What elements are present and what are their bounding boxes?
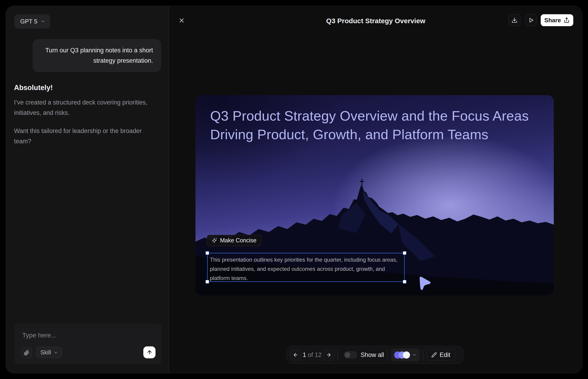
cursor-pointer [417, 276, 433, 291]
slide-title[interactable]: Q3 Product Strategy Overview and the Foc… [210, 107, 529, 144]
pencil-icon [431, 352, 437, 358]
theme-palette-button[interactable] [391, 348, 420, 361]
make-concise-button[interactable]: Make Concise [207, 235, 261, 246]
page-current: 1 [303, 351, 306, 358]
skill-dropdown[interactable]: Skill [36, 347, 62, 358]
slide-body-textbox[interactable]: This presentation outlines key prioritie… [207, 253, 405, 282]
selection-handle[interactable] [206, 280, 209, 284]
sparkle-icon [212, 237, 217, 243]
share-icon [564, 17, 570, 23]
show-all-label: Show all [361, 351, 384, 359]
message-composer: Skill [14, 323, 162, 364]
chevron-down-icon [41, 19, 45, 24]
close-icon [178, 17, 185, 24]
download-button[interactable] [509, 14, 521, 26]
editor-main: Q3 Product Strategy Overview Share [169, 5, 583, 374]
app-window: GPT 5 Turn our Q3 planning notes into a … [5, 5, 583, 374]
assistant-paragraph: Want this tailored for leadership or the… [14, 126, 150, 146]
slide-body-text: This presentation outlines key prioritie… [208, 253, 404, 283]
chat-sidebar: GPT 5 Turn our Q3 planning notes into a … [5, 5, 169, 374]
selection-handle[interactable] [403, 280, 406, 284]
toggle-knob [345, 352, 350, 358]
model-selector[interactable]: GPT 5 [14, 14, 50, 29]
play-icon [528, 17, 534, 23]
send-button[interactable] [143, 346, 155, 358]
next-slide-button[interactable] [323, 349, 334, 360]
user-message-bubble: Turn our Q3 planning notes into a short … [33, 39, 161, 72]
selection-handle[interactable] [206, 251, 209, 255]
make-concise-label: Make Concise [220, 237, 256, 244]
page-indicator: 1 of 12 [301, 351, 323, 359]
arrow-left-icon [293, 352, 298, 358]
assistant-paragraph: I’ve created a structured deck covering … [14, 97, 150, 118]
arrow-up-icon [147, 349, 153, 355]
slide-canvas[interactable]: Q3 Product Strategy Overview and the Foc… [195, 95, 554, 296]
chevron-down-icon [412, 353, 417, 357]
chat-input[interactable] [22, 329, 151, 341]
toolbar-divider [423, 350, 423, 360]
previous-slide-button[interactable] [290, 349, 301, 360]
show-all-toggle[interactable] [344, 351, 357, 359]
document-title: Q3 Product Strategy Overview [326, 17, 425, 25]
skill-dropdown-label: Skill [40, 349, 51, 356]
share-button[interactable]: Share [541, 14, 573, 26]
palette-swatch-3 [403, 351, 410, 359]
selection-handle[interactable] [403, 251, 406, 255]
paperclip-icon [24, 350, 30, 356]
edit-button[interactable]: Edit [427, 349, 455, 361]
attach-button[interactable] [21, 347, 32, 358]
slide-toolbar: 1 of 12 Show all [286, 346, 464, 364]
toolbar-divider [337, 350, 338, 360]
edit-button-label: Edit [440, 351, 450, 359]
close-button[interactable] [177, 16, 187, 26]
arrow-right-icon [326, 352, 331, 358]
download-icon [511, 17, 517, 23]
assistant-heading: Absolutely! [14, 84, 53, 92]
user-message-text: Turn our Q3 planning notes into a short … [41, 45, 153, 66]
chevron-down-icon [54, 350, 58, 355]
page-total: of 12 [306, 351, 322, 358]
present-button[interactable] [525, 14, 537, 26]
model-selector-label: GPT 5 [20, 18, 37, 25]
toolbar-divider [387, 350, 388, 360]
share-button-label: Share [544, 17, 561, 24]
